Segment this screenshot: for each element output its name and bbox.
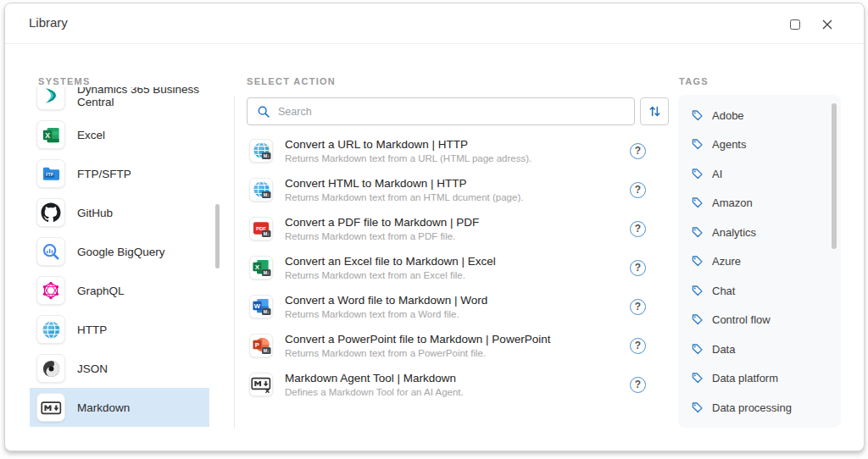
tag-item-data[interactable]: Data — [678, 335, 841, 364]
action-title: Convert a PDF file to Markdown | PDF — [285, 216, 479, 230]
title-bar: Library — [5, 3, 864, 44]
tag-label: Data — [712, 343, 735, 356]
help-icon[interactable]: ? — [630, 299, 646, 315]
help-icon[interactable]: ? — [630, 221, 646, 237]
tag-label: Chat — [712, 285, 735, 297]
tag-item-amazon[interactable]: Amazon — [678, 189, 841, 218]
json-icon — [36, 354, 65, 383]
tag-icon — [691, 372, 704, 384]
action-description: Returns Markdown text from a Word file. — [285, 308, 487, 320]
action-text: Convert an Excel file to Markdown | Exce… — [285, 255, 496, 281]
tag-icon — [691, 138, 704, 151]
system-item-dynamics-365-business-central[interactable]: Dynamics 365 Business Central — [30, 87, 209, 115]
tag-item-control-flow[interactable]: Control flow — [678, 306, 841, 335]
action-description: Returns Markdown text from a PowerPoint … — [285, 347, 550, 359]
tag-item-data-platform[interactable]: Data platform — [678, 364, 841, 394]
tag-label: Control flow — [712, 313, 771, 326]
tag-item-agents[interactable]: Agents — [678, 130, 841, 160]
system-item-http[interactable]: HTTP — [30, 310, 209, 349]
svg-text:M↓: M↓ — [263, 348, 269, 353]
system-item-excel[interactable]: XExcel — [30, 115, 209, 154]
action-text: Convert a PDF file to Markdown | PDFRetu… — [285, 216, 479, 242]
tag-item-analytics[interactable]: Analytics — [678, 218, 841, 247]
system-item-label: Excel — [77, 129, 105, 141]
system-item-google-bigquery[interactable]: Google BigQuery — [30, 232, 209, 271]
system-item-label: JSON — [77, 362, 108, 375]
tag-icon — [691, 313, 704, 326]
tags-list: AdobeAgentsAIAmazonAnalyticsAzureChatCon… — [678, 95, 841, 423]
tag-item-ai[interactable]: AI — [678, 159, 841, 189]
action-item-markdown-agent-tool-markdown[interactable]: Markdown Agent Tool | MarkdownDefines a … — [249, 365, 646, 404]
action-title: Convert HTML to Markdown | HTTP — [285, 177, 523, 191]
maximize-button[interactable] — [784, 14, 806, 36]
tag-item-chat[interactable]: Chat — [678, 276, 841, 306]
dynamics-365-icon — [36, 87, 65, 110]
action-item-convert-a-url-to-markdown-http[interactable]: M↓Convert a URL to Markdown | HTTPReturn… — [249, 131, 646, 170]
tag-icon — [691, 196, 704, 209]
system-item-ftp-sftp[interactable]: FTPFTP/SFTP — [30, 154, 209, 193]
systems-scrollbar[interactable] — [215, 204, 220, 268]
svg-text:M↓: M↓ — [263, 231, 269, 236]
action-item-convert-html-to-markdown-http[interactable]: M↓Convert HTML to Markdown | HTTPReturns… — [249, 170, 646, 209]
help-icon[interactable]: ? — [630, 377, 646, 393]
close-button[interactable] — [816, 14, 838, 36]
tag-icon — [691, 226, 704, 239]
help-icon[interactable]: ? — [630, 260, 646, 276]
tag-icon — [691, 109, 704, 122]
action-item-convert-a-word-file-to-markdown-word[interactable]: WM↓Convert a Word file to Markdown | Wor… — [249, 287, 646, 326]
systems-header: SYSTEMS — [38, 76, 91, 86]
svg-text:M↓: M↓ — [263, 153, 269, 158]
action-item-convert-an-excel-file-to-markdown-excel[interactable]: XM↓Convert an Excel file to Markdown | E… — [249, 248, 646, 287]
http-markdown-icon: M↓ — [249, 139, 273, 163]
tag-label: Agents — [712, 138, 746, 151]
tag-item-data-processing[interactable]: Data processing — [678, 393, 841, 423]
action-description: Returns Markdown text from an HTML dcume… — [285, 191, 523, 203]
action-text: Convert HTML to Markdown | HTTPReturns M… — [285, 177, 523, 203]
svg-text:FTP: FTP — [46, 173, 53, 177]
tag-icon — [691, 168, 704, 180]
action-title: Convert a URL to Markdown | HTTP — [285, 138, 531, 152]
system-item-markdown[interactable]: Markdown — [30, 388, 209, 427]
help-icon[interactable]: ? — [630, 143, 646, 159]
svg-text:M↓: M↓ — [263, 192, 269, 197]
action-description: Returns Markdown text from an Excel file… — [285, 269, 496, 281]
system-item-json[interactable]: JSON — [30, 349, 209, 388]
maximize-icon — [790, 19, 800, 30]
system-item-label: FTP/SFTP — [77, 168, 131, 180]
tag-icon — [691, 255, 704, 268]
tag-item-azure[interactable]: Azure — [678, 247, 841, 277]
window-title: Library — [29, 15, 68, 30]
tag-icon — [691, 401, 704, 414]
system-item-label: Dynamics 365 Business Central — [77, 87, 209, 108]
tag-item-adobe[interactable]: Adobe — [678, 101, 841, 130]
system-item-label: GitHub — [77, 207, 113, 219]
library-dialog: Library SYSTEMS Dynamics 365 Business Ce… — [4, 3, 865, 451]
svg-text:M↓: M↓ — [263, 270, 269, 275]
search-box — [247, 97, 635, 125]
help-icon[interactable]: ? — [630, 182, 646, 198]
markdown-agent-icon — [249, 373, 273, 396]
help-icon[interactable]: ? — [630, 338, 646, 354]
tags-header: TAGS — [679, 76, 709, 86]
tag-label: Data platform — [712, 372, 778, 384]
svg-text:M↓: M↓ — [263, 309, 269, 314]
action-text: Convert a Word file to Markdown | WordRe… — [285, 294, 487, 320]
tags-scrollbar[interactable] — [832, 103, 837, 249]
tag-label: AI — [712, 168, 722, 180]
action-text: Convert a PowerPoint file to Markdown | … — [285, 333, 550, 359]
system-item-label: Google BigQuery — [77, 246, 165, 258]
action-item-convert-a-pdf-file-to-markdown-pdf[interactable]: PDFM↓Convert a PDF file to Markdown | PD… — [249, 209, 646, 248]
excel-markdown-icon: XM↓ — [249, 256, 273, 279]
close-icon — [821, 19, 833, 30]
search-input[interactable] — [278, 99, 630, 124]
system-item-github[interactable]: GitHub — [30, 193, 209, 232]
svg-text:X: X — [45, 130, 50, 139]
sort-button[interactable] — [640, 97, 669, 125]
system-item-graphql[interactable]: GraphQL — [30, 271, 209, 310]
select-action-header: SELECT ACTION — [247, 76, 336, 86]
action-item-convert-a-powerpoint-file-to-markdown-powerpoint[interactable]: PM↓Convert a PowerPoint file to Markdown… — [249, 326, 646, 365]
tag-icon — [691, 285, 704, 297]
ftp-icon: FTP — [36, 159, 65, 188]
svg-text:P: P — [254, 341, 259, 349]
system-item-label: GraphQL — [77, 285, 125, 297]
